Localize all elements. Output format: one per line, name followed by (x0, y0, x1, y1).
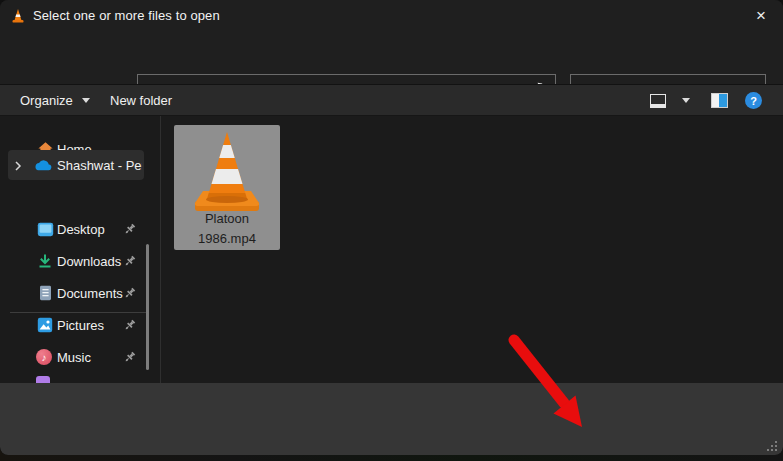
window-title: Select one or more files to open (33, 8, 220, 23)
views-button[interactable] (650, 85, 666, 116)
organize-caret-icon (82, 98, 90, 103)
file-list-area[interactable]: Platoon 1986.mp4 (161, 116, 783, 383)
sidebar-scrollbar[interactable] (146, 244, 149, 370)
views-caret-icon (682, 98, 690, 103)
sidebar-item-label: Downloads (57, 254, 126, 269)
sidebar-item-label: Documents (57, 286, 126, 301)
close-button[interactable]: × (739, 0, 783, 32)
title-bar: Select one or more files to open × (0, 0, 783, 32)
music-icon: ♪ (36, 349, 52, 365)
organize-button[interactable]: Organize (20, 85, 90, 116)
preview-pane-button[interactable] (711, 85, 728, 116)
sidebar-item-label: Music (57, 350, 126, 365)
vlc-cone-thumbnail-icon (189, 129, 265, 213)
sidebar-item-downloads[interactable]: Downloads (0, 246, 152, 276)
pin-icon (123, 223, 136, 236)
pin-icon (123, 351, 136, 364)
onedrive-cloud-icon (34, 156, 52, 174)
documents-icon (36, 284, 54, 302)
file-item-platoon[interactable]: Platoon 1986.mp4 (174, 125, 280, 250)
pin-icon (123, 319, 136, 332)
sidebar-item-label: Desktop (57, 222, 126, 237)
sidebar-item-pictures[interactable]: Pictures (0, 310, 152, 340)
sidebar-item-desktop[interactable]: Desktop (0, 214, 152, 244)
organize-label: Organize (20, 93, 73, 108)
vlc-cone-icon (10, 8, 26, 24)
navigation-sidebar: Home Shashwat - Pers (0, 116, 160, 383)
help-icon: ? (745, 92, 762, 109)
music-note-glyph: ♪ (42, 352, 47, 363)
large-icons-view-icon (650, 94, 666, 108)
sidebar-item-onedrive[interactable]: Shashwat - Pers (8, 150, 144, 180)
command-toolbar: Organize New folder ? (0, 84, 783, 116)
expand-chevron-icon[interactable] (14, 158, 22, 176)
views-dropdown-button[interactable] (682, 85, 690, 116)
videos-icon-partial (36, 376, 50, 383)
file-open-dialog: Select one or more files to open × ← → ↑… (0, 0, 783, 455)
desktop-icon (36, 220, 54, 238)
resize-grip[interactable] (765, 439, 778, 452)
new-folder-button[interactable]: New folder (110, 85, 172, 116)
preview-pane-icon (711, 93, 728, 108)
sidebar-item-label: Shashwat - Pers (57, 158, 142, 173)
downloads-icon (36, 252, 54, 270)
sidebar-item-music[interactable]: ♪ Music (0, 342, 152, 372)
file-name-line2: 1986.mp4 (174, 229, 280, 249)
dialog-footer: File name: Media Files ( *.3g2 *.3gp *.3… (0, 383, 783, 455)
file-name-line1: Platoon (174, 209, 280, 229)
dialog-body: Home Shashwat - Pers (0, 116, 783, 383)
new-folder-label: New folder (110, 93, 172, 108)
navigation-bar: ← → ↑ « My Stuff (D:) › Platoon (1986) [… (0, 32, 783, 84)
sidebar-item-documents[interactable]: Documents (0, 278, 152, 308)
pin-icon (123, 287, 136, 300)
pictures-icon (36, 316, 54, 334)
pin-icon (123, 255, 136, 268)
help-button[interactable]: ? (745, 85, 762, 116)
sidebar-item-label: Pictures (57, 318, 126, 333)
screenshot-root: Select one or more files to open × ← → ↑… (0, 0, 783, 461)
